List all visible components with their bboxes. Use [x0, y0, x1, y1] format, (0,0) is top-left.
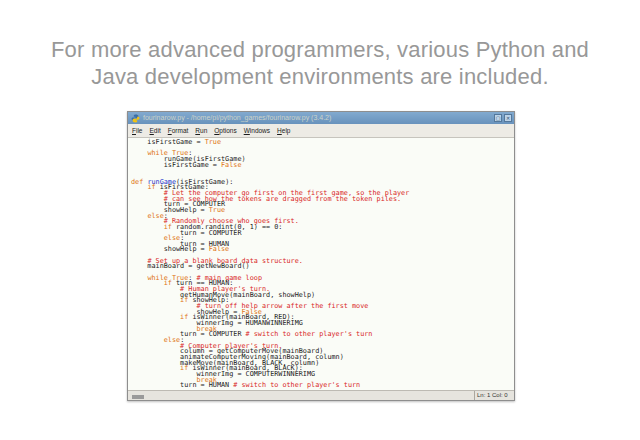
menu-format[interactable]: Format: [168, 127, 189, 134]
maximize-icon: ▢: [496, 116, 501, 121]
maximize-button[interactable]: ▢: [494, 114, 502, 122]
python-icon: [131, 114, 140, 123]
menu-options[interactable]: Options: [214, 127, 236, 134]
menu-help[interactable]: Help: [277, 127, 290, 134]
status-bar: Ln: 1 Col: 0: [128, 390, 514, 400]
close-button[interactable]: ✕: [504, 114, 512, 122]
page-heading: For more advanced programmers, various P…: [0, 36, 640, 90]
code-area: isFirstGame = True while True: runGame(i…: [128, 138, 514, 390]
scrollbar-thumb[interactable]: [132, 395, 144, 399]
title-bar[interactable]: fourinarow.py - /home/pi/python_games/fo…: [128, 112, 514, 124]
menu-edit[interactable]: Edit: [150, 127, 161, 134]
line-column-indicator: Ln: 1 Col: 0: [474, 391, 514, 400]
code-editor[interactable]: isFirstGame = True while True: runGame(i…: [128, 138, 514, 389]
menu-file[interactable]: File: [132, 127, 143, 134]
menu-bar: FileEditFormatRunOptionsWindowsHelp: [128, 124, 514, 138]
menu-run[interactable]: Run: [195, 127, 207, 134]
menu-windows[interactable]: Windows: [244, 127, 270, 134]
window-title: fourinarow.py - /home/pi/python_games/fo…: [143, 112, 492, 124]
heading-line-2: Java development environments are includ…: [0, 63, 640, 90]
heading-line-1: For more advanced programmers, various P…: [0, 36, 640, 63]
close-icon: ✕: [506, 116, 510, 121]
idle-editor-window: fourinarow.py - /home/pi/python_games/fo…: [127, 111, 515, 401]
